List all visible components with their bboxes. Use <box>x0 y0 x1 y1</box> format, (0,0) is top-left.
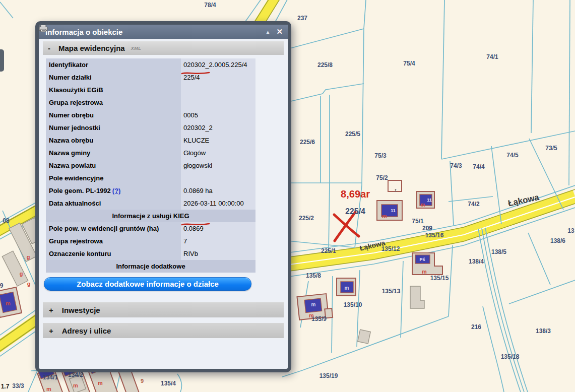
parcel-label: 135/4 <box>161 380 176 387</box>
table-section-header: Informacje dodatkowe <box>46 260 255 273</box>
parcel-label: 73/5 <box>545 145 557 152</box>
parcel-label: 135/16 <box>425 232 444 239</box>
info-row: Pole geom. PL-1992(?)0.0869 ha <box>46 184 255 197</box>
building-label: m <box>345 285 349 291</box>
building-label: 11 <box>427 198 432 203</box>
popup-titlebar[interactable]: Informacja o obiekcie ▲ ✕ <box>39 25 288 39</box>
info-value: KLUCZE <box>181 134 255 147</box>
parcel-label: 237 <box>297 15 307 22</box>
parcel-label: 74/1 <box>486 53 498 60</box>
parcel-label: 135/19 <box>320 372 338 379</box>
accordion-label: Inwestycje <box>62 306 100 314</box>
parcel-label: 78/4 <box>204 2 216 9</box>
parcel-label: 135/18 <box>501 353 520 360</box>
building-label: 9 <box>141 378 144 384</box>
area-annotation-label: 8,69ar <box>341 188 370 200</box>
info-value: 020302_2.0005.225/4 <box>181 58 255 71</box>
building-label: m <box>6 300 11 306</box>
building-label: g <box>27 281 31 287</box>
info-row: Grupa rejestrowa7 <box>46 235 255 247</box>
map-viewer: 78/4237225/875/474/1225/6225/573/574/574… <box>0 0 575 392</box>
building-label: m <box>98 380 103 386</box>
info-label: Grupa rejestrowa <box>46 96 181 109</box>
accordion-adresy-i-ulice[interactable]: +Adresy i ulice <box>43 323 284 338</box>
parcel-label: 9 <box>0 282 4 289</box>
info-row: Numer działki225/4 <box>46 71 255 84</box>
parcel-label: 75/2 <box>376 174 388 181</box>
info-value: 225/4 <box>181 71 255 84</box>
accordion-list: +Inwestycje+Adresy i ulice <box>43 302 284 338</box>
info-value: 0.0869 ha <box>181 184 255 197</box>
parcel-label: 135/8 <box>306 272 321 279</box>
building-label: m <box>382 213 387 219</box>
parcel-label: 225/6 <box>300 139 315 146</box>
info-label: Grupa rejestrowa <box>46 235 181 247</box>
xml-icon[interactable]: XML <box>131 46 142 51</box>
parcel-label: 138/5 <box>491 248 506 255</box>
parcel-label: 75/1 <box>412 218 424 225</box>
section-header-mapa-ewidencyjna[interactable]: - Mapa ewidencyjna XML <box>43 41 284 55</box>
help-link[interactable]: (?) <box>112 187 121 194</box>
red-underline-annotation <box>181 222 210 227</box>
info-label: Numer działki <box>46 71 181 84</box>
info-row: Numer obrębu0005 <box>46 109 255 121</box>
info-label: Pole pow. w ewidencji gruntów (ha) <box>46 222 181 235</box>
info-label: Nazwa gminy <box>46 147 181 159</box>
accordion-label: Adresy i ulice <box>62 326 111 335</box>
parcel-label: 225/1 <box>321 247 336 254</box>
parcel-label: 134/2 <box>68 371 83 378</box>
info-value: 7 <box>181 235 255 247</box>
parcel-label: 225/8 <box>317 61 333 69</box>
info-row: Grupa rejestrowa <box>46 96 255 109</box>
info-value: 0.0869 <box>181 222 255 235</box>
parcel-label: 134/1 <box>43 374 58 381</box>
popup-title: Informacja o obiekcie <box>45 28 266 36</box>
info-value: Głogów <box>181 147 255 159</box>
info-value: 0005 <box>181 109 255 121</box>
building-label: g <box>27 254 30 260</box>
parcel-label: 135/15 <box>430 275 449 282</box>
info-row: Numer jednostki020302_2 <box>46 121 255 134</box>
expand-plus-icon: + <box>49 326 53 335</box>
building-gray-2 <box>358 330 371 344</box>
parcel-label: 74/3 <box>450 162 462 169</box>
collapse-minus[interactable]: - <box>48 44 50 52</box>
parcel-label: 75/3 <box>374 152 387 159</box>
info-label: Oznaczenie konturu <box>46 247 181 260</box>
parcel-label: 225/5 <box>345 130 360 138</box>
building-label: 11 <box>391 208 396 213</box>
info-value: głogowski <box>181 159 255 172</box>
building-label: m <box>46 386 51 392</box>
accordion-inwestycje[interactable]: +Inwestycje <box>43 302 284 317</box>
info-row: Nazwa obrębuKLUCZE <box>46 134 255 147</box>
panel-edge-tab[interactable] <box>0 49 4 72</box>
info-label: Data aktualności <box>46 197 181 210</box>
info-label: Numer obrębu <box>46 109 181 121</box>
parcel-label: 1.7 <box>1 383 10 390</box>
info-label: Identyfikator <box>46 58 181 71</box>
info-row: Nazwa gminyGłogów <box>46 147 255 159</box>
building-label: m <box>309 312 314 318</box>
expand-plus-icon: + <box>49 306 53 314</box>
parcel-label: 75/4 <box>403 60 415 67</box>
parcel-label: 135/10 <box>344 301 362 308</box>
close-icon[interactable]: ✕ <box>276 27 283 36</box>
parcel-label: 74/2 <box>468 201 480 208</box>
parcel-label: 209 <box>422 225 432 232</box>
collapse-icon[interactable]: ▲ <box>266 29 271 35</box>
info-label: Nazwa obrębu <box>46 134 181 147</box>
building-label: g <box>20 271 23 277</box>
info-label: Numer jednostki <box>46 121 181 134</box>
info-label: Nazwa powiatu <box>46 159 181 172</box>
building-label: m <box>73 382 78 388</box>
info-label: Pole ewidencyjne <box>46 172 181 184</box>
info-row: Identyfikator020302_2.0005.225/4 <box>46 58 255 71</box>
info-label: Pole geom. PL-1992(?) <box>46 184 181 197</box>
parcel-label: 13 <box>567 227 574 234</box>
parcel-label: 74/4 <box>473 163 485 170</box>
parcel-label: 08 <box>3 217 10 224</box>
info-row: Oznaczenie konturuRIVb <box>46 247 255 260</box>
more-parcel-info-button[interactable]: Zobacz dodatkowe informacje o działce <box>44 277 251 291</box>
table-section-header: Informacje z usługi KIEG <box>46 210 255 222</box>
red-underline-annotation <box>181 71 210 76</box>
